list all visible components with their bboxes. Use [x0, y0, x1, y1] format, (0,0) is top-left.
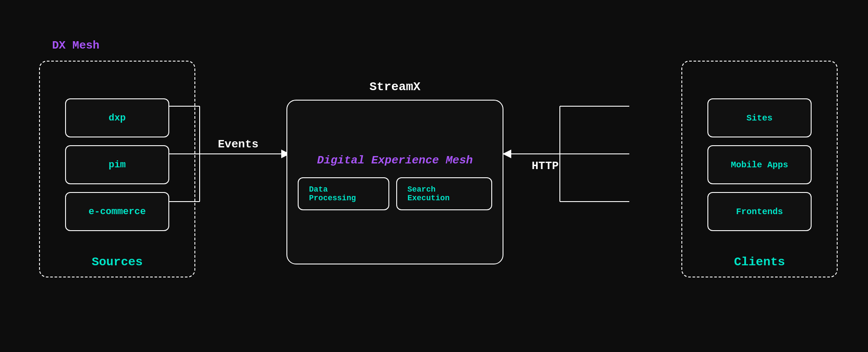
- events-label-container: Events: [218, 138, 259, 151]
- dx-mesh-label: DX Mesh: [52, 39, 99, 52]
- source-card-pim: PIM: [65, 145, 169, 184]
- source-card-ecommerce: e-commerce: [65, 192, 169, 231]
- source-card-pim-label: PIM: [108, 160, 126, 170]
- source-card-dxp: DXP: [65, 98, 169, 137]
- diagram-container: DX Mesh DXP: [0, 0, 868, 352]
- svg-marker-11: [503, 150, 511, 158]
- client-card-frontends-label: Frontends: [736, 207, 783, 217]
- client-card-sites: Sites: [707, 98, 812, 137]
- sub-box-data-processing-label: Data Processing: [309, 185, 378, 202]
- http-label: HTTP: [532, 160, 559, 173]
- streamx-section: StreamX Digital Experience Mesh Data Pro…: [286, 80, 503, 264]
- streamx-outer-box: Digital Experience Mesh Data Processing …: [286, 100, 503, 264]
- source-card-dxp-label: DXP: [108, 113, 126, 124]
- sub-boxes-row: Data Processing Search Execution: [298, 177, 492, 210]
- source-card-ecommerce-label: e-commerce: [89, 206, 146, 217]
- dem-label: Digital Experience Mesh: [317, 154, 473, 167]
- client-card-frontends: Frontends: [707, 192, 812, 231]
- sub-box-data-processing: Data Processing: [298, 177, 389, 210]
- streamx-title: StreamX: [369, 80, 421, 94]
- sources-box: DXP PIM e-commerce Sources: [39, 61, 195, 277]
- sub-box-search-execution-label: Search Execution: [408, 185, 481, 202]
- events-label: Events: [218, 138, 259, 151]
- client-card-mobile-apps: Mobile Apps: [707, 145, 812, 184]
- sources-label: Sources: [92, 255, 143, 269]
- clients-box: Sites Mobile Apps Frontends Clients: [681, 61, 838, 277]
- client-card-mobile-apps-label: Mobile Apps: [731, 160, 788, 170]
- sub-box-search-execution: Search Execution: [396, 177, 492, 210]
- clients-label: Clients: [734, 255, 785, 269]
- client-card-sites-label: Sites: [746, 113, 773, 123]
